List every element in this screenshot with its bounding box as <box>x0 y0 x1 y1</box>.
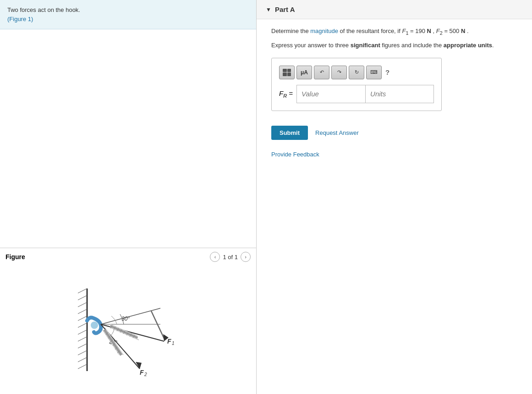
svg-line-15 <box>101 308 160 324</box>
svg-line-10 <box>78 350 87 355</box>
problem-figure-ref: (Figure 1) <box>7 15 249 24</box>
svg-text:1: 1 <box>172 341 175 346</box>
left-panel: Two forces act on the hook. (Figure 1) F… <box>0 0 257 394</box>
svg-text:F: F <box>167 338 171 345</box>
fr-sub: R <box>283 93 287 99</box>
fr-equals: = <box>289 89 293 97</box>
answer-box: μA ↶ ↷ ↻ ⌨ ? FR = <box>271 58 442 111</box>
value-input[interactable] <box>296 85 365 103</box>
figure-title: Figure <box>5 253 25 261</box>
prev-figure-button[interactable]: ‹ <box>210 252 220 262</box>
figure-canvas: 30° 40° F 1 F 2 <box>0 266 256 394</box>
units-input[interactable] <box>365 85 434 103</box>
svg-line-1 <box>78 289 87 293</box>
svg-line-9 <box>78 344 87 348</box>
svg-line-8 <box>78 337 87 341</box>
mu-icon: μA <box>301 69 308 76</box>
action-row: Submit Request Answer <box>271 126 517 140</box>
undo-icon: ↶ <box>320 69 324 75</box>
part-collapse-arrow[interactable]: ▼ <box>266 6 271 13</box>
redo-icon: ↷ <box>337 69 341 75</box>
svg-line-6 <box>78 323 87 327</box>
svg-line-27 <box>110 326 137 338</box>
reload-icon: ↻ <box>355 69 359 75</box>
page-indicator: 1 of 1 <box>223 254 238 261</box>
svg-line-3 <box>78 302 87 307</box>
redo-button[interactable]: ↷ <box>331 66 347 79</box>
part-title: Part A <box>275 6 295 13</box>
figure-nav: ‹ 1 of 1 › <box>210 252 251 262</box>
svg-line-4 <box>78 309 87 314</box>
svg-line-11 <box>78 357 87 362</box>
grid-button[interactable] <box>279 66 295 79</box>
svg-line-12 <box>78 364 87 369</box>
request-answer-link[interactable]: Request Answer <box>315 129 359 136</box>
mu-button[interactable]: μA <box>296 66 312 79</box>
help-button[interactable]: ? <box>384 68 391 76</box>
figure-header: Figure ‹ 1 of 1 › <box>0 248 256 266</box>
svg-text:30°: 30° <box>121 316 130 322</box>
next-figure-button[interactable]: › <box>241 252 251 262</box>
left-spacer <box>0 29 256 248</box>
part-header: ▼ Part A <box>257 0 532 19</box>
figure-section: Figure ‹ 1 of 1 › <box>0 248 256 394</box>
svg-text:2: 2 <box>144 372 147 377</box>
problem-text-box: Two forces act on the hook. (Figure 1) <box>0 0 256 29</box>
highlight-magnitude: magnitude <box>310 28 338 34</box>
express-text: Express your answer to three significant… <box>271 41 517 50</box>
fr-label: FR = <box>279 89 293 99</box>
grid-icon <box>283 69 291 76</box>
keyboard-button[interactable]: ⌨ <box>366 66 382 79</box>
svg-point-13 <box>91 322 98 329</box>
input-row: FR = <box>279 85 434 103</box>
svg-line-16 <box>151 311 165 340</box>
problem-line1: Two forces act on the hook. <box>7 6 249 15</box>
feedback-link[interactable]: Provide Feedback <box>271 151 517 158</box>
part-content: Determine the magnitude of the resultant… <box>257 19 532 165</box>
question-text: Determine the magnitude of the resultant… <box>271 27 517 37</box>
undo-button[interactable]: ↶ <box>314 66 329 79</box>
svg-line-7 <box>78 330 87 334</box>
toolbar: μA ↶ ↷ ↻ ⌨ ? <box>279 66 434 79</box>
svg-line-2 <box>78 295 87 300</box>
reload-button[interactable]: ↻ <box>349 66 364 79</box>
svg-text:F: F <box>140 369 144 376</box>
svg-line-29 <box>111 328 139 340</box>
submit-button[interactable]: Submit <box>271 126 308 140</box>
figure-svg: 30° 40° F 1 F 2 <box>50 270 206 389</box>
keyboard-icon: ⌨ <box>370 69 378 75</box>
right-panel: ▼ Part A Determine the magnitude of the … <box>257 0 532 394</box>
